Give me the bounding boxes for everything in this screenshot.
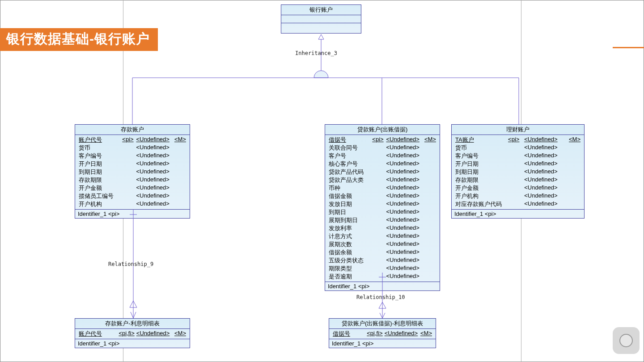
svg-line-16	[382, 313, 385, 318]
attr-row: 贷款产品代码<Undefined>	[328, 168, 437, 176]
assistive-touch-button[interactable]	[613, 327, 640, 354]
attr-row: 借据号<pi><Undefined><M>	[328, 136, 437, 144]
entity-bank-account-empty1	[281, 15, 361, 23]
attr-row: 对应存款账户代码<Undefined>	[454, 200, 581, 208]
attr-row: 发放利率<Undefined>	[328, 224, 437, 232]
attr-row: 借据号<pi,fi><Undefined><M>	[332, 330, 433, 338]
svg-line-11	[133, 312, 136, 318]
attr-row: 到期日期<Undefined>	[454, 168, 581, 176]
attr-row: 贷款产品大类<Undefined>	[328, 176, 437, 184]
attr-row: 发放日期<Undefined>	[328, 200, 437, 208]
attr-row: 期限类型<Undefined>	[328, 265, 437, 273]
entity-deposit: 存款账户 账户代号<pi><Undefined><M>货币<Undefined>…	[75, 124, 190, 219]
assistive-touch-icon	[619, 334, 633, 347]
entity-loan-detail-title: 贷款账户(出账借据)-利息明细表	[329, 319, 436, 329]
entity-loan-detail-attrs: 借据号<pi,fi><Undefined><M>	[329, 329, 436, 339]
entity-loan-title: 贷款账户(出账借据)	[325, 125, 440, 135]
attr-row: 开户金额<Undefined>	[454, 184, 581, 192]
entity-deposit-title: 存款账户	[75, 125, 190, 135]
attr-row: 货币<Undefined>	[78, 144, 187, 152]
attr-row: 账户代号<pi,fi><Undefined><M>	[78, 330, 187, 338]
attr-row: 开户金额<Undefined>	[78, 184, 187, 192]
entity-loan: 贷款账户(出账借据) 借据号<pi><Undefined><M>关联合同号<Un…	[325, 124, 440, 291]
attr-row: 揽储员工编号<Undefined>	[78, 192, 187, 200]
attr-row: 客户号<Undefined>	[328, 152, 437, 160]
entity-wealth-title: 理财账户	[452, 125, 584, 135]
attr-row: 存款期限<Undefined>	[78, 176, 187, 184]
entity-deposit-detail-title: 存款账户-利息明细表	[75, 319, 190, 329]
attr-row: 开户日期<Undefined>	[78, 160, 187, 168]
entity-bank-account-empty2	[281, 23, 361, 33]
entity-loan-attrs: 借据号<pi><Undefined><M>关联合同号<Undefined>客户号…	[325, 135, 440, 282]
attr-row: 客户编号<Undefined>	[454, 152, 581, 160]
relationship-10-label: Relationship_10	[356, 294, 405, 300]
orange-accent-line	[613, 47, 644, 48]
attr-row: 展期到期日<Undefined>	[328, 216, 437, 224]
svg-line-10	[131, 312, 133, 318]
svg-marker-1	[318, 34, 324, 39]
attr-row: 币种<Undefined>	[328, 184, 437, 192]
entity-bank-account: 银行账户	[281, 4, 361, 34]
attr-row: 开户机构<Undefined>	[454, 192, 581, 200]
entity-loan-detail-ident: Identifier_1 <pi>	[329, 339, 436, 348]
entity-wealth-ident: Identifier_1 <pi>	[452, 210, 584, 218]
attr-row: TA账户<pi><Undefined><M>	[454, 136, 581, 144]
attr-row: 展期次数<Undefined>	[328, 240, 437, 248]
attr-row: 到期日期<Undefined>	[78, 168, 187, 176]
attr-row: 计息方式<Undefined>	[328, 232, 437, 240]
attr-row: 借据余额<Undefined>	[328, 248, 437, 257]
entity-deposit-attrs: 账户代号<pi><Undefined><M>货币<Undefined>客户编号<…	[75, 135, 190, 210]
page-title: 银行数据基础-银行账户	[0, 28, 158, 51]
attr-row: 客户编号<Undefined>	[78, 152, 187, 160]
svg-line-15	[380, 313, 382, 318]
entity-bank-account-title: 银行账户	[281, 5, 361, 15]
attr-row: 五级分类状态<Undefined>	[328, 257, 437, 265]
inheritance-label: Inheritance_3	[295, 50, 337, 56]
entity-deposit-detail-attrs: 账户代号<pi,fi><Undefined><M>	[75, 329, 190, 339]
attr-row: 核心客户号<Undefined>	[328, 160, 437, 168]
attr-row: 借据金额<Undefined>	[328, 192, 437, 200]
attr-row: 存款期限<Undefined>	[454, 176, 581, 184]
attr-row: 到期日<Undefined>	[328, 208, 437, 216]
entity-deposit-detail-ident: Identifier_1 <pi>	[75, 339, 190, 348]
attr-row: 关联合同号<Undefined>	[328, 144, 437, 152]
relationship-9-label: Relationship_9	[108, 261, 153, 267]
inheritance-branches	[132, 76, 519, 130]
entity-wealth: 理财账户 TA账户<pi><Undefined><M>货币<Undefined>…	[451, 124, 585, 219]
entity-wealth-attrs: TA账户<pi><Undefined><M>货币<Undefined>客户编号<…	[452, 135, 584, 210]
attr-row: 开户日期<Undefined>	[454, 160, 581, 168]
attr-row: 账户代号<pi><Undefined><M>	[78, 136, 187, 144]
entity-loan-detail: 贷款账户(出账借据)-利息明细表 借据号<pi,fi><Undefined><M…	[329, 318, 436, 348]
attr-row: 开户机构<Undefined>	[78, 200, 187, 208]
entity-deposit-detail: 存款账户-利息明细表 账户代号<pi,fi><Undefined><M> Ide…	[75, 318, 190, 348]
attr-row: 货币<Undefined>	[454, 144, 581, 152]
